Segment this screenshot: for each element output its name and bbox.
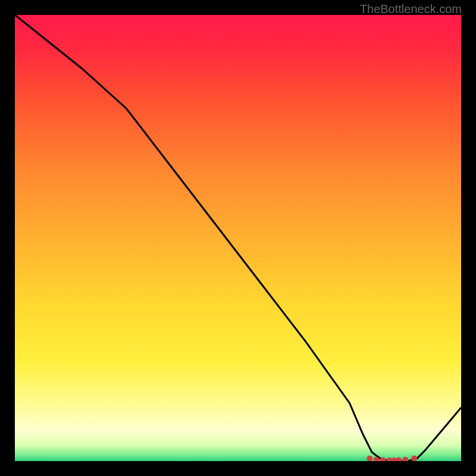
chart-container: TheBottleneck.com <box>0 0 476 476</box>
gradient-background <box>15 15 461 461</box>
watermark-text: TheBottleneck.com <box>360 2 462 16</box>
chart-svg <box>15 15 461 461</box>
plot-area <box>15 15 461 461</box>
